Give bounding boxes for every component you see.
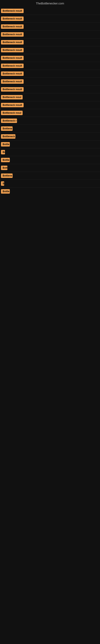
result-row: Bottleneck result	[0, 30, 100, 38]
bottleneck-badge[interactable]: B	[1, 181, 4, 186]
result-row: Bottleneck result	[0, 86, 100, 94]
result-row: Bott	[0, 164, 100, 172]
results-list: Bottleneck resultBottleneck resultBottle…	[0, 7, 100, 195]
result-row: Bottleneck result	[0, 101, 100, 109]
bottleneck-badge[interactable]: Bottleneck result	[1, 24, 24, 29]
bottleneck-badge[interactable]: Bottleneck result	[1, 9, 24, 13]
result-row: Bottle	[0, 140, 100, 148]
bottleneck-badge[interactable]: Bottleneck result	[1, 32, 24, 37]
bottleneck-badge[interactable]: Bottleneck resul	[1, 111, 23, 115]
result-row: Bottleneck result	[0, 70, 100, 78]
result-row: Bottleneck result	[0, 23, 100, 30]
site-title: TheBottlenecker.com	[0, 0, 100, 7]
result-row: Bottleneck result	[0, 38, 100, 46]
bottleneck-badge[interactable]: Bottleneck result	[1, 79, 24, 84]
bottleneck-badge[interactable]: Bottle	[1, 142, 10, 146]
bottleneck-badge[interactable]: Bottleneck result	[1, 40, 24, 44]
bottleneck-badge[interactable]: Bott	[1, 166, 7, 170]
bottleneck-badge[interactable]: Bottleneck r	[1, 118, 17, 123]
result-row: Bottle	[0, 156, 100, 164]
result-row: Bottleneck r	[0, 117, 100, 125]
result-row: Bo	[0, 148, 100, 156]
result-row: Bottleneck result	[0, 15, 100, 23]
bottleneck-badge[interactable]: Bottlene	[1, 174, 13, 178]
site-title-container: TheBottlenecker.com	[0, 0, 100, 7]
bottleneck-badge[interactable]: Bottleneck result	[1, 72, 24, 76]
result-row: B	[0, 180, 100, 188]
result-row: Bottleneck	[0, 132, 100, 140]
result-row: Bottlene	[0, 125, 100, 132]
result-row: Bottleneck resul	[0, 109, 100, 117]
bottleneck-badge[interactable]: Bottleneck resul	[1, 95, 23, 100]
result-row: Bottleneck result	[0, 46, 100, 54]
bottleneck-badge[interactable]: Bottleneck result	[1, 56, 24, 60]
result-row: Bottle	[0, 188, 100, 195]
result-row: Bottleneck resul	[0, 94, 100, 101]
bottleneck-badge[interactable]: Bottleneck result	[1, 48, 24, 52]
bottleneck-badge[interactable]: Bottleneck result	[1, 16, 24, 21]
bottleneck-badge[interactable]: Bottle	[1, 189, 10, 194]
result-row: Bottleneck result	[0, 62, 100, 70]
bottleneck-badge[interactable]: Bo	[1, 150, 5, 154]
bottleneck-badge[interactable]: Bottleneck result	[1, 87, 24, 92]
bottleneck-badge[interactable]: Bottlene	[1, 126, 13, 131]
result-row: Bottleneck result	[0, 78, 100, 86]
result-row: Bottlene	[0, 172, 100, 180]
bottleneck-badge[interactable]: Bottle	[1, 158, 10, 162]
bottleneck-badge[interactable]: Bottleneck result	[1, 64, 24, 68]
result-row: Bottleneck result	[0, 7, 100, 15]
result-row: Bottleneck result	[0, 54, 100, 62]
bottleneck-badge[interactable]: Bottleneck	[1, 134, 15, 139]
bottleneck-badge[interactable]: Bottleneck result	[1, 103, 24, 107]
